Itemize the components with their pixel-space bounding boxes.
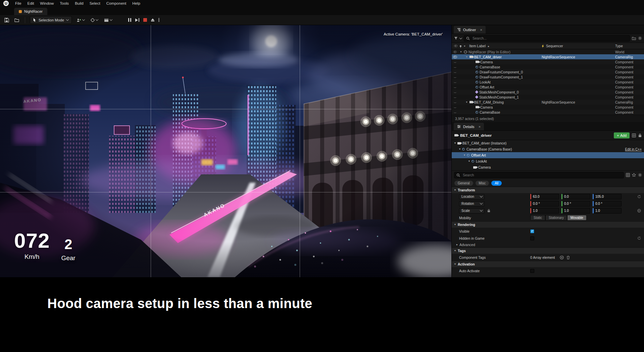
edit-in-cpp-link[interactable]: Edit in C++ [625,148,642,151]
filter-funnel-icon[interactable] [454,37,458,40]
world-relative-icon[interactable] [637,209,641,213]
details-search-input[interactable] [462,173,622,177]
menu-window[interactable]: Window [37,0,57,7]
reset-to-default-icon[interactable] [637,236,641,240]
outliner-row[interactable]: ▾NightRacer (Play In Editor) World [452,49,644,54]
component-tree-row-selected[interactable]: ▾ Offset Art [452,152,644,158]
outliner-row[interactable]: StaticMeshComponent_0 Component [452,90,644,95]
location-dropdown[interactable]: Location [459,194,485,199]
settings-gear-icon[interactable] [638,36,642,40]
new-folder-icon[interactable] [632,37,636,40]
outliner-row[interactable]: Offset Art Component [452,84,644,90]
outliner-row-selected[interactable]: ▾BET_CAM_driver NightRacerSequence Camer… [452,54,644,59]
delete-trash-icon[interactable] [566,255,570,259]
frame-skip-button[interactable] [135,18,140,22]
visibility-eye-icon[interactable] [452,51,458,53]
outliner-row[interactable]: CameraBase Component [452,110,644,115]
visibility-eye-icon[interactable] [452,101,458,103]
outliner-row[interactable]: CameraBase Component [452,64,644,69]
visibility-column-icon[interactable] [454,45,457,47]
outliner-row[interactable]: DrawFrustumComponent_0 Component [452,69,644,74]
visibility-eye-icon[interactable] [452,91,458,93]
grid-view-icon[interactable] [626,173,630,177]
rotation-dropdown[interactable]: Rotation [459,201,485,207]
stop-button[interactable] [143,18,147,22]
details-search-box[interactable] [454,172,624,178]
tab-nightracer[interactable]: NightRacer [14,8,47,15]
rendering-section-header[interactable]: ▾ Rendering [452,221,644,228]
location-x-field[interactable]: 63.0 [530,194,559,199]
outliner-row[interactable]: LookAt Component [452,79,644,84]
unreal-logo-icon[interactable]: U [3,1,9,6]
filter-general[interactable]: General [454,181,473,186]
rotation-x-field[interactable]: 0.0 ° [530,201,559,207]
pause-button[interactable] [128,18,131,22]
scale-y-field[interactable]: 1.0 [561,208,590,214]
scale-lock-icon[interactable] [487,209,490,213]
component-tree-row[interactable]: ▾ LookAt [452,158,644,164]
close-icon[interactable]: × [480,28,482,32]
filter-misc[interactable]: Misc [476,181,489,186]
transform-section-header[interactable]: ▾ Transform [452,187,644,193]
menu-edit[interactable]: Edit [24,0,37,7]
level-viewport[interactable]: AKANO [0,25,451,277]
menu-tools[interactable]: Tools [57,0,72,7]
selection-mode-dropdown[interactable]: Selection Mode [30,16,72,24]
scale-x-field[interactable]: 1.0 [530,208,559,214]
component-tree-row[interactable]: ▾ CameraBase (Camera Base) Edit in C++ [452,146,644,152]
menu-file[interactable]: File [12,0,24,7]
visibility-eye-icon[interactable] [452,111,458,113]
content-browser-button[interactable] [13,17,20,23]
hidden-in-game-checkbox[interactable] [530,236,534,240]
column-type[interactable]: Type [615,44,644,48]
add-component-button[interactable]: + Add [614,132,630,138]
visibility-eye-icon[interactable] [452,96,458,98]
mobility-stationary-button[interactable]: Stationary [545,215,567,221]
menu-help[interactable]: Help [129,0,143,7]
menu-build[interactable]: Build [72,0,87,7]
outliner-search-input[interactable] [472,36,628,41]
blueprints-button[interactable] [89,17,99,23]
scale-dropdown[interactable]: Scale [459,208,485,214]
outliner-row[interactable]: Camera Component [452,59,644,64]
visibility-eye-icon[interactable] [452,71,458,73]
tags-section-header[interactable]: ▾ Tags [452,247,644,254]
rotation-z-field[interactable]: 0.0 ° [593,201,622,207]
rotation-y-field[interactable]: 0.0 ° [561,201,590,207]
visibility-eye-icon[interactable] [452,56,458,58]
scale-z-field[interactable]: 1.0 [593,208,622,214]
visible-checkbox[interactable]: ✓ [530,229,534,233]
outliner-row[interactable]: ▾BET_CAM_Driving NightRacerSequence Came… [452,100,644,105]
visibility-eye-icon[interactable] [452,86,458,88]
details-tab[interactable]: Details × [454,123,484,130]
activation-section-header[interactable]: ▾ Activation [452,261,644,267]
outliner-row[interactable]: DrawFrustumComponent_1 Component [452,74,644,79]
mobility-movable-button[interactable]: Movable [567,215,587,221]
location-y-field[interactable]: 0.0 [561,194,590,199]
property-matrix-icon[interactable] [632,133,636,137]
advanced-expander[interactable]: ▸ Advanced [452,242,644,247]
mobility-static-button[interactable]: Static [530,215,545,221]
visibility-eye-icon[interactable] [452,81,458,83]
chevron-down-icon[interactable] [459,36,462,39]
lock-icon[interactable] [638,133,642,137]
outliner-row[interactable]: Camera Component [452,105,644,110]
column-sequencer[interactable]: Sequencer [546,44,563,48]
expand-column-icon[interactable]: ▼ [463,45,466,47]
outliner-row[interactable]: StaticMeshComponent_1 Component [452,95,644,100]
menu-select[interactable]: Select [87,0,103,7]
eject-button[interactable] [151,18,154,22]
auto-activate-checkbox[interactable] [530,269,534,273]
component-tree-row[interactable]: Camera [452,164,644,170]
filter-all[interactable]: All [491,181,502,186]
favorites-star-icon[interactable] [632,173,636,177]
column-item-label[interactable]: Item Label [469,44,486,48]
settings-gear-icon[interactable] [638,173,642,177]
outliner-tab[interactable]: Outliner × [454,26,486,34]
outliner-search-box[interactable] [464,35,630,42]
save-button[interactable] [3,17,10,23]
close-icon[interactable]: × [479,125,481,129]
menu-component[interactable]: Component [103,0,129,7]
add-array-element-icon[interactable] [560,255,564,259]
visibility-eye-icon[interactable] [452,106,458,108]
